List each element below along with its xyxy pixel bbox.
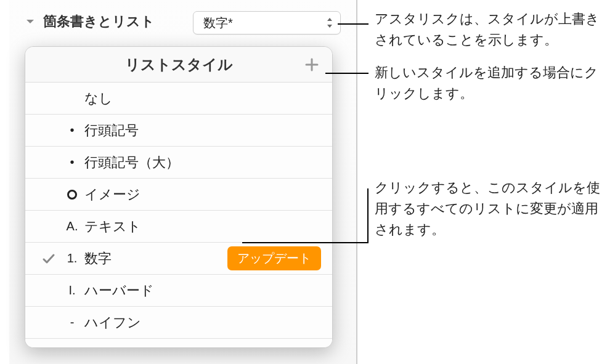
list-styles-popover: リストスタイル なし•行頭記号•行頭記号（大）イメージA.テキスト1.数字アップ…: [25, 46, 333, 348]
bullet-marker: I.: [60, 283, 84, 297]
style-name-label: ノートテーキング: [84, 346, 321, 349]
style-row[interactable]: I.ハーバード: [25, 275, 332, 307]
style-row[interactable]: なし: [25, 83, 332, 115]
list-style-dropdown[interactable]: 数字*: [193, 11, 341, 34]
callout-line: [325, 73, 369, 74]
style-name-label: テキスト: [84, 217, 321, 236]
dropdown-value: 数字*: [203, 15, 233, 31]
callout-line: [367, 188, 369, 243]
callout-asterisk: アスタリスクは、スタイルが上書きされていることを示します。: [375, 9, 609, 51]
popover-title: リストスタイル: [125, 55, 233, 75]
style-row[interactable]: -ハイフン: [25, 307, 332, 339]
callout-update: クリックすると、このスタイルを使用するすべてのリストに変更が適用されます。: [375, 177, 609, 240]
plus-icon: [304, 57, 320, 73]
bullet-marker: -: [60, 347, 84, 348]
callout-line: [338, 23, 369, 25]
style-name-label: なし: [84, 89, 321, 108]
check-icon: [38, 252, 60, 265]
chevron-down-icon: [25, 16, 36, 27]
updown-arrows-icon: [325, 17, 334, 29]
add-style-button[interactable]: [303, 55, 321, 74]
section-title: 箇条書きとリスト: [43, 12, 155, 31]
callout-add: 新しいスタイルを追加する場合にクリックします。: [375, 62, 609, 104]
style-row[interactable]: -ノートテーキング: [25, 339, 332, 348]
style-name-label: 数字: [84, 249, 227, 268]
style-row[interactable]: •行頭記号（大）: [25, 147, 332, 179]
style-name-label: ハイフン: [84, 313, 321, 332]
update-style-button[interactable]: アップデート: [227, 246, 321, 270]
style-name-label: 行頭記号（大）: [84, 153, 321, 172]
style-list: なし•行頭記号•行頭記号（大）イメージA.テキスト1.数字アップデートI.ハーバ…: [25, 83, 332, 348]
style-row[interactable]: A.テキスト: [25, 211, 332, 243]
format-panel: 箇条書きとリスト 数字* リストスタイル なし•行頭記号•行頭記号（大）イメージ…: [9, 0, 357, 364]
bullet-marker: •: [60, 155, 84, 169]
style-row[interactable]: •行頭記号: [25, 115, 332, 147]
popover-header: リストスタイル: [25, 47, 332, 83]
bullet-marker: 1.: [60, 251, 84, 265]
style-name-label: 行頭記号: [84, 121, 321, 140]
style-name-label: イメージ: [84, 185, 321, 204]
bullet-marker: •: [60, 123, 84, 137]
style-name-label: ハーバード: [84, 281, 321, 300]
style-row[interactable]: 1.数字アップデート: [25, 243, 332, 275]
bullet-marker: A.: [60, 219, 84, 233]
bullet-marker: -: [60, 315, 84, 330]
bullet-marker: [60, 190, 84, 200]
callout-line: [242, 242, 369, 243]
style-row[interactable]: イメージ: [25, 179, 332, 211]
